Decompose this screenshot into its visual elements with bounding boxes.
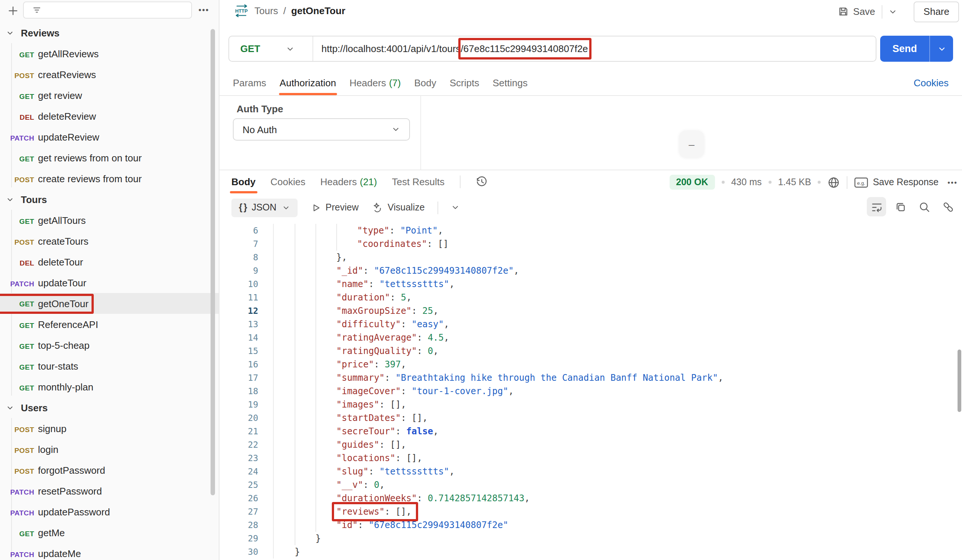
token-s: "67e8c115c299493140807f2e" — [369, 520, 508, 530]
sidebar-item-top-5-cheap[interactable]: GETtop-5-cheap — [0, 335, 219, 356]
sidebar-item-updateMe[interactable]: PATCHupdateMe — [0, 543, 219, 560]
copy-button[interactable] — [891, 197, 910, 216]
save-response-button[interactable]: e.g. Save Response — [854, 177, 939, 188]
sidebar-item-get-reviews-from-on-tour[interactable]: GETget reviews from on tour — [0, 147, 219, 168]
sidebar-item-getAllReviews[interactable]: GETgetAllReviews — [0, 43, 219, 64]
method-badge: GET — [0, 50, 34, 58]
save-options-button[interactable] — [883, 7, 904, 16]
line-number: 11 — [220, 291, 258, 304]
method-select[interactable]: GET — [229, 37, 313, 61]
share-button[interactable]: Share — [914, 1, 959, 22]
sidebar-item-get-review[interactable]: GETget review — [0, 85, 219, 106]
sidebar-item-tour-stats[interactable]: GETtour-stats — [0, 356, 219, 376]
sidebar-item-create-reviews-from-tour[interactable]: POSTcreate reviews from tour — [0, 168, 219, 189]
status-badge[interactable]: 200 OK — [669, 175, 715, 190]
section-items: POSTsignupPOSTloginPOSTforgotPasswordPAT… — [0, 418, 219, 560]
code-line-20: 20"startDates": [], — [220, 411, 962, 425]
tab-label: Body — [414, 77, 436, 89]
indent-guide — [295, 398, 295, 411]
tab-scripts[interactable]: Scripts — [450, 71, 479, 95]
sidebar-item-updatePassword[interactable]: PATCHupdatePassword — [0, 501, 219, 522]
token-s: "tour-1-cover.jpg" — [412, 386, 508, 396]
indent-guide — [295, 331, 295, 344]
tab-label: Params — [233, 77, 266, 89]
tab-params[interactable]: Params — [233, 71, 266, 95]
header-actions: Save Share — [831, 2, 959, 22]
response-tab-body[interactable]: Body — [231, 170, 255, 193]
sidebar-item-getOneTour[interactable]: GETgetOneTour — [0, 293, 219, 314]
sidebar-section-reviews[interactable]: Reviews — [0, 22, 219, 43]
code-line-15: 15"ratingQuality": 0, — [220, 344, 962, 358]
line-number: 8 — [220, 251, 258, 264]
preview-button[interactable]: Preview — [310, 202, 358, 213]
sidebar-item-createTours[interactable]: POSTcreateTours — [0, 230, 219, 251]
sidebar-item-getMe[interactable]: GETgetMe — [0, 522, 219, 543]
line-number: 15 — [220, 344, 258, 358]
sidebar-section-users[interactable]: Users — [0, 397, 219, 418]
response-tab-test-results[interactable]: Test Results — [392, 170, 445, 193]
visualize-button[interactable]: Visualize — [371, 201, 425, 214]
wrap-text-button[interactable] — [867, 197, 886, 216]
token-p: , — [444, 319, 449, 330]
sidebar-item-ReferenceAPI[interactable]: GETReferenceAPI — [0, 314, 219, 335]
sidebar-item-resetPassword[interactable]: PATCHresetPassword — [0, 480, 219, 501]
tab-body[interactable]: Body — [414, 71, 436, 95]
indent-guide — [315, 264, 316, 277]
save-button[interactable]: Save — [831, 6, 882, 17]
line-number: 10 — [220, 277, 258, 291]
sidebar-item-signup[interactable]: POSTsignup — [0, 418, 219, 439]
network-globe-icon[interactable] — [827, 176, 840, 188]
token-k: "images" — [336, 399, 379, 410]
response-tab-headers[interactable]: Headers(21) — [320, 170, 377, 193]
response-tab-cookies[interactable]: Cookies — [270, 170, 305, 193]
token-k: "durationWeeks" — [336, 493, 417, 504]
sidebar-item-monthly-plan[interactable]: GETmonthly-plan — [0, 376, 219, 397]
response-more-button[interactable]: ••• — [947, 178, 957, 186]
history-icon[interactable] — [475, 175, 488, 188]
url-input[interactable]: http://localhost:4001/api/v1/tours/67e8c… — [313, 43, 588, 54]
line-number: 21 — [220, 425, 258, 438]
indent-guide — [295, 371, 295, 385]
new-request-button[interactable] — [6, 4, 19, 17]
sidebar-item-creatReviews[interactable]: POSTcreatReviews — [0, 64, 219, 85]
sidebar-section-tours[interactable]: Tours — [0, 189, 219, 210]
sidebar-item-updateReview[interactable]: PATCHupdateReview — [0, 126, 219, 147]
token-p: [] — [438, 239, 449, 249]
token-p: [], — [390, 439, 406, 450]
send-options-button[interactable] — [930, 36, 953, 62]
breadcrumb-separator: / — [284, 5, 286, 16]
app-window: ••• ReviewsGETgetAllReviewsPOSTcreatRevi… — [0, 0, 962, 560]
token-p: [], — [412, 413, 428, 423]
sidebar-item-deleteReview[interactable]: DELdeleteReview — [0, 106, 219, 126]
body-format-select[interactable]: { } JSON — [231, 198, 297, 217]
sidebar-scrollbar[interactable] — [211, 29, 215, 495]
link-button[interactable] — [938, 197, 957, 216]
copy-icon — [894, 200, 907, 213]
sidebar-item-login[interactable]: POSTlogin — [0, 439, 219, 460]
sidebar-item-deleteTour[interactable]: DELdeleteTour — [0, 251, 219, 272]
token-p: : — [412, 306, 422, 316]
tab-authorization[interactable]: Authorization — [280, 71, 336, 95]
search-button[interactable] — [914, 197, 934, 216]
tab-headers[interactable]: Headers(7) — [349, 71, 401, 95]
response-size[interactable]: 1.45 KB — [778, 177, 811, 187]
response-scrollbar[interactable] — [957, 349, 961, 412]
response-body-json[interactable]: 6"type": "Point",7"coordinates": []8},9"… — [220, 224, 962, 558]
indent-guide — [315, 224, 316, 237]
sidebar-more-button[interactable]: ••• — [196, 3, 212, 16]
sidebar-item-forgotPassword[interactable]: POSTforgotPassword — [0, 460, 219, 480]
sidebar-filter-input[interactable] — [23, 2, 192, 19]
section-label: Reviews — [21, 27, 60, 38]
response-time[interactable]: 430 ms — [731, 177, 762, 187]
cookies-link[interactable]: Cookies — [914, 77, 949, 89]
send-button[interactable]: Send — [880, 36, 930, 62]
sidebar-item-updateTour[interactable]: PATCHupdateTour — [0, 272, 219, 293]
auth-type-select[interactable]: No Auth — [233, 118, 410, 140]
collapse-pane-button[interactable]: – — [679, 131, 704, 158]
breadcrumb-parent[interactable]: Tours — [255, 5, 278, 16]
sidebar-item-getAllTours[interactable]: GETgetAllTours — [0, 210, 219, 230]
tab-settings[interactable]: Settings — [492, 71, 528, 95]
token-p: }, — [336, 252, 347, 262]
chevron-down-icon[interactable] — [451, 203, 460, 212]
token-p: : — [363, 480, 374, 490]
